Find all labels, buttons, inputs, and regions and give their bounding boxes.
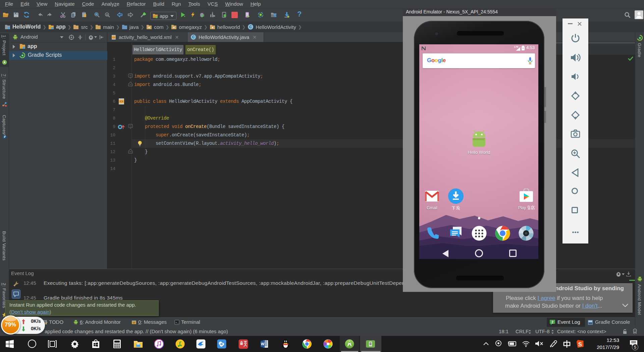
svg-text:A: A [106, 13, 108, 16]
svg-text:<>: <> [120, 100, 123, 103]
svg-text:S: S [578, 341, 582, 348]
svg-text:<>: <> [112, 36, 115, 39]
svg-text:>_: >_ [175, 321, 179, 324]
svg-text:W: W [261, 342, 265, 346]
svg-text:C: C [249, 25, 252, 29]
svg-text:2: 2 [551, 320, 553, 324]
svg-text:C: C [192, 35, 195, 39]
